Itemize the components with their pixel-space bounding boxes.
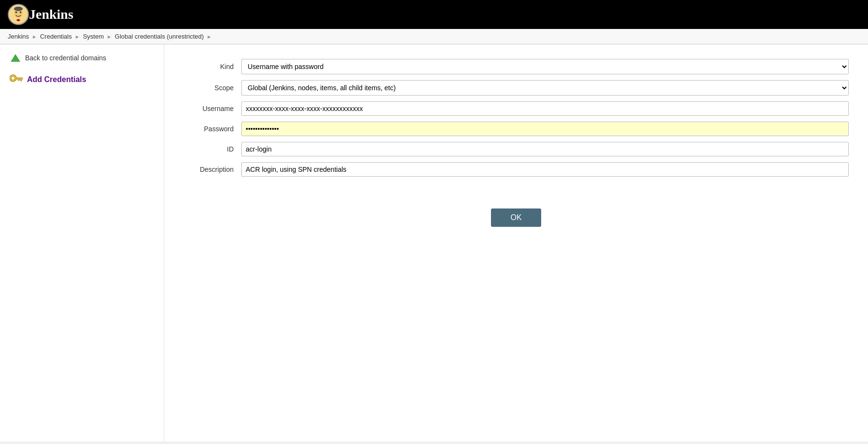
- username-row: Username: [183, 98, 849, 119]
- sidebar: Back to credential domains Add Credentia…: [0, 44, 164, 442]
- svg-rect-9: [20, 79, 22, 81]
- description-label: Description: [183, 159, 241, 180]
- scope-label: Scope: [183, 77, 241, 98]
- back-to-domains-link[interactable]: Back to credential domains: [10, 52, 154, 64]
- kind-row: Kind Username with password: [183, 56, 849, 77]
- description-row: Description: [183, 159, 849, 180]
- up-arrow-icon: [10, 52, 21, 64]
- scope-row: Scope Global (Jenkins, nodes, items, all…: [183, 77, 849, 98]
- description-input[interactable]: [241, 162, 849, 177]
- jenkins-title: Jenkins: [29, 7, 73, 22]
- kind-field-cell: Username with password: [241, 56, 849, 77]
- breadcrumb-global[interactable]: Global credentials (unrestricted): [115, 33, 204, 40]
- breadcrumb-arrow-2: ►: [75, 34, 80, 40]
- back-link-label: Back to credential domains: [25, 54, 106, 62]
- key-icon: [10, 73, 23, 85]
- add-credentials-label: Add Credentials: [27, 75, 86, 84]
- breadcrumb-jenkins[interactable]: Jenkins: [8, 33, 29, 40]
- id-label: ID: [183, 139, 241, 159]
- svg-rect-8: [16, 78, 23, 79]
- svg-point-7: [12, 77, 15, 80]
- password-label: Password: [183, 119, 241, 139]
- breadcrumb-system[interactable]: System: [83, 33, 104, 40]
- username-field-cell: [241, 98, 849, 119]
- scope-select[interactable]: Global (Jenkins, nodes, items, all child…: [241, 80, 849, 96]
- password-row: Password: [183, 119, 849, 139]
- username-label: Username: [183, 98, 241, 119]
- jenkins-logo: [8, 4, 29, 25]
- kind-select[interactable]: Username with password: [241, 59, 849, 74]
- description-field-cell: [241, 159, 849, 180]
- id-input[interactable]: [241, 142, 849, 156]
- username-input[interactable]: [241, 101, 849, 116]
- breadcrumb-arrow-1: ►: [32, 34, 37, 40]
- form-content: Kind Username with password Scope Global…: [164, 44, 868, 442]
- breadcrumb-arrow-4: ►: [207, 34, 212, 40]
- id-row: ID: [183, 139, 849, 159]
- scope-field-cell: Global (Jenkins, nodes, items, all child…: [241, 77, 849, 98]
- add-credentials-nav-item[interactable]: Add Credentials: [10, 73, 154, 85]
- header: Jenkins: [0, 0, 868, 29]
- credentials-form: Kind Username with password Scope Global…: [183, 56, 849, 180]
- ok-section: OK: [183, 208, 849, 227]
- svg-point-3: [20, 12, 22, 14]
- breadcrumb-credentials[interactable]: Credentials: [40, 33, 72, 40]
- id-field-cell: [241, 139, 849, 159]
- svg-point-2: [15, 12, 17, 14]
- password-field-cell: [241, 119, 849, 139]
- password-input[interactable]: [241, 122, 849, 136]
- svg-rect-10: [18, 79, 19, 81]
- breadcrumb: Jenkins ► Credentials ► System ► Global …: [0, 29, 868, 44]
- svg-point-4: [14, 7, 23, 11]
- breadcrumb-arrow-3: ►: [107, 34, 112, 40]
- kind-label: Kind: [183, 56, 241, 77]
- ok-button[interactable]: OK: [491, 208, 541, 227]
- svg-marker-5: [11, 54, 20, 62]
- main-layout: Back to credential domains Add Credentia…: [0, 44, 868, 442]
